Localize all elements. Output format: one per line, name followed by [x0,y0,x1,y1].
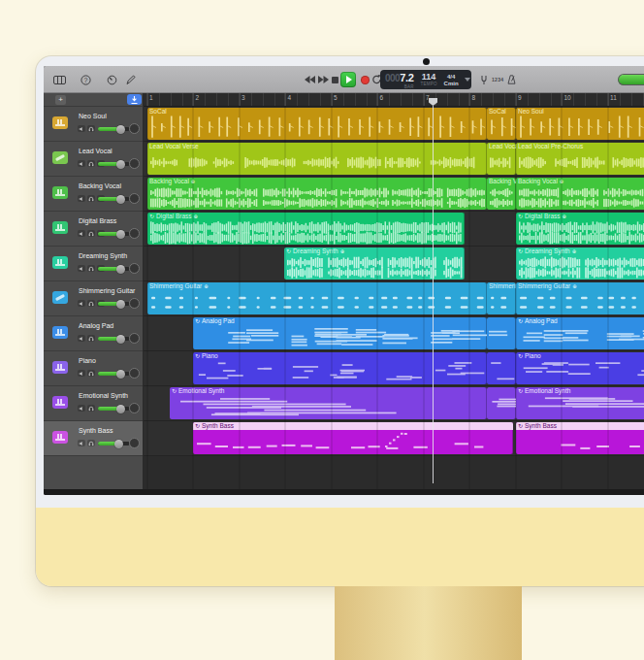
master-volume-slider[interactable] [618,74,644,85]
mute-button[interactable] [78,230,85,237]
record-button[interactable] [361,76,370,84]
mute-button[interactable] [78,335,85,342]
region-dreaming-synth[interactable]: ↻Dreaming Synth⊕ [516,248,644,280]
track-header-synth-bass[interactable]: Synth Bass [44,421,143,456]
region-shimmering-guitar[interactable]: Shimmering Guitar [487,282,516,314]
region-synth-bass[interactable]: ↻Synth Bass [516,422,644,454]
smart-controls-icon[interactable] [107,66,117,93]
track-options-button[interactable] [127,94,142,105]
solo-button[interactable] [87,265,95,272]
solo-button[interactable] [87,440,95,446]
region-analog-pad[interactable]: ↻Analog Pad [193,317,487,349]
region-lead-vocal-verse[interactable]: Lead Vocal Verse [487,143,516,175]
solo-button[interactable] [87,300,95,307]
region-shimmering-guitar[interactable]: Shimmering Guitar⊕ [516,282,644,314]
mute-button[interactable] [78,440,85,446]
lcd-position-label: BAR [404,85,414,90]
mute-button[interactable] [78,300,85,307]
mute-button[interactable] [78,370,85,377]
volume-slider[interactable] [98,372,130,376]
region-digital-brass[interactable]: ↻Digital Brass⊕ [147,213,465,245]
solo-button[interactable] [87,160,95,167]
region-backing-vocal[interactable]: Backing Vocal⊕ [516,178,644,210]
loop-icon: ↻ [518,422,523,430]
track-lane-backing-vocal: Backing Vocal⊕Backing VocalBacking Vocal… [144,177,644,212]
solo-button[interactable] [87,230,95,237]
region-analog-pad[interactable]: ↻Analog Pad [516,317,644,349]
region-dreaming-synth[interactable]: ↻Dreaming Synth⊕ [284,248,465,280]
editor-pencil-icon[interactable] [125,66,136,93]
region-socal[interactable]: SoCal [147,108,487,140]
mute-button[interactable] [78,265,85,272]
region-shimmering-guitar[interactable]: Shimmering Guitar⊕ [147,282,487,314]
volume-slider[interactable] [98,302,130,306]
solo-button[interactable] [87,335,95,342]
volume-slider[interactable] [98,337,130,341]
pan-knob[interactable] [129,193,140,204]
mute-button[interactable] [78,160,85,167]
region-digital-brass[interactable]: ↻Digital Brass⊕ [516,213,644,245]
track-header-backing-vocal[interactable]: Backing Vocal [44,177,143,212]
volume-slider[interactable] [98,197,130,201]
pan-knob[interactable] [129,438,140,448]
region-analog-pad[interactable] [487,317,516,349]
play-button[interactable] [340,72,356,87]
volume-slider[interactable] [98,127,130,131]
pan-knob[interactable] [129,333,140,344]
volume-slider[interactable] [98,267,130,271]
volume-slider[interactable] [98,162,130,166]
pan-knob[interactable] [129,368,140,379]
library-icon[interactable] [53,66,66,93]
pan-knob[interactable] [129,228,140,239]
solo-button[interactable] [87,370,95,377]
region-piano[interactable]: ↻Piano [516,352,644,384]
pan-knob[interactable] [129,263,140,274]
volume-slider[interactable] [98,232,130,236]
track-header-lead-vocal[interactable]: Lead Vocal [44,142,143,177]
pan-knob[interactable] [129,123,140,134]
solo-button[interactable] [87,195,95,202]
track-header-dreaming-synth[interactable]: Dreaming Synth [44,247,143,281]
region-backing-vocal[interactable]: Backing Vocal [487,178,516,210]
region-emotional-synth[interactable]: ↻Emotional Synth [516,387,644,419]
imac-stand [335,586,522,660]
solo-button[interactable] [87,405,95,412]
volume-slider[interactable] [98,407,130,411]
timeline-ruler[interactable]: 1234567891011 [144,93,644,107]
region-piano[interactable] [487,352,516,384]
quick-help-icon[interactable]: ? [80,66,91,93]
add-track-button[interactable]: + [55,95,66,105]
lcd-chevron-down-icon[interactable] [465,78,470,82]
region-neo-soul[interactable]: Neo Soul [516,108,644,140]
mute-button[interactable] [78,195,85,202]
forward-button[interactable] [318,66,329,93]
tuning-fork-icon[interactable] [480,66,488,93]
region-piano[interactable]: ↻Piano [193,352,487,384]
track-header-piano[interactable]: Piano [44,351,143,386]
track-header-shimmering-guitar[interactable]: Shimmering Guitar [44,281,143,316]
region-emotional-synth[interactable]: ↻Emotional Synth [170,387,487,419]
metronome-icon[interactable] [507,66,516,93]
pan-knob[interactable] [129,403,140,413]
mute-button[interactable] [78,405,85,412]
pan-knob[interactable] [129,158,140,169]
volume-slider[interactable] [98,442,130,446]
track-header-neo-soul[interactable]: Neo Soul [44,107,143,142]
mute-button[interactable] [78,125,85,132]
track-header-analog-pad[interactable]: Analog Pad [44,316,143,351]
lcd-display[interactable]: 0007.2 BAR 114 TEMPO 4/4 Cmin [380,70,471,89]
region-backing-vocal[interactable]: Backing Vocal⊕ [147,178,487,210]
track-header-digital-brass[interactable]: Digital Brass [44,212,143,247]
region-lead-vocal-pre-chorus[interactable]: Lead Vocal Pre-Chorus [516,143,644,175]
region-socal[interactable]: SoCal [487,108,516,140]
solo-button[interactable] [87,125,95,132]
track-header-emotional-synth[interactable]: Emotional Synth [44,386,143,421]
region-emotional-synth[interactable] [487,387,516,419]
region-synth-bass[interactable]: ↻Synth Bass [193,422,513,454]
rewind-button[interactable] [305,66,315,93]
svg-text:?: ? [84,77,88,83]
pan-knob[interactable] [129,298,140,309]
count-in-button[interactable]: 1234 [492,66,503,93]
stop-button[interactable] [332,66,338,93]
region-lead-vocal-verse[interactable]: Lead Vocal Verse [147,143,487,175]
